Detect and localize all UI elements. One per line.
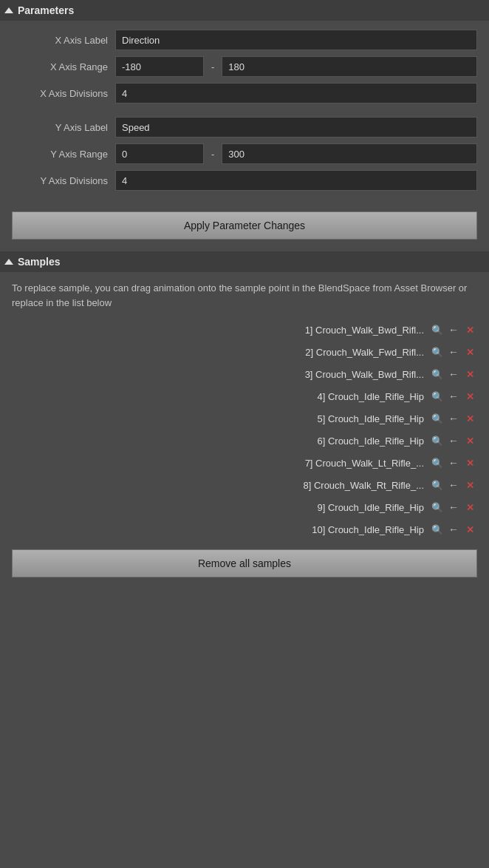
y-axis-label-row: Y Axis Label [12, 117, 477, 138]
x-axis-range-label: X Axis Range [12, 61, 115, 72]
samples-title: Samples [18, 256, 61, 268]
sample-search-icon[interactable]: 🔍 [430, 522, 445, 537]
samples-collapse-icon [4, 259, 13, 265]
sample-search-icon[interactable]: 🔍 [430, 345, 445, 359]
y-axis-label-input[interactable] [115, 117, 477, 138]
sample-item: 9] Crouch_Idle_Rifle_Hip 🔍 ← ✕ [6, 496, 483, 518]
sample-remove-icon[interactable]: ✕ [462, 455, 477, 470]
sample-item: 1] Crouch_Walk_Bwd_Rifl... 🔍 ← ✕ [6, 319, 483, 341]
samples-description: To replace sample, you can drag animatio… [0, 272, 489, 319]
sample-search-icon[interactable]: 🔍 [430, 389, 445, 404]
sample-name: 7] Crouch_Walk_Lt_Rifle_... [134, 458, 430, 469]
y-axis-divisions-label: Y Axis Divisions [12, 175, 115, 186]
sample-search-icon[interactable]: 🔍 [430, 455, 445, 470]
sample-name: 6] Crouch_Idle_Rifle_Hip [134, 435, 430, 447]
sample-remove-icon[interactable]: ✕ [462, 522, 477, 537]
sample-icons: 🔍 ← ✕ [430, 389, 477, 404]
sample-icons: 🔍 ← ✕ [430, 478, 477, 492]
y-axis-divisions-row: Y Axis Divisions [12, 170, 477, 191]
sample-name: 9] Crouch_Idle_Rifle_Hip [134, 502, 430, 513]
sample-search-icon[interactable]: 🔍 [430, 367, 445, 382]
x-axis-range-max-input[interactable] [222, 56, 477, 77]
sample-name: 5] Crouch_Idle_Rifle_Hip [134, 413, 430, 424]
sample-search-icon[interactable]: 🔍 [430, 478, 445, 492]
y-axis-divisions-input[interactable] [115, 170, 477, 191]
sample-arrow-icon[interactable]: ← [446, 411, 461, 426]
sample-icons: 🔍 ← ✕ [430, 411, 477, 426]
x-axis-divisions-label: X Axis Divisions [12, 88, 115, 99]
parameters-section-header[interactable]: Parameters [0, 0, 489, 21]
sample-name: 10] Crouch_Idle_Rifle_Hip [134, 524, 430, 535]
sample-arrow-icon[interactable]: ← [446, 478, 461, 492]
sample-remove-icon[interactable]: ✕ [462, 478, 477, 492]
y-axis-range-label: Y Axis Range [12, 149, 115, 160]
sample-icons: 🔍 ← ✕ [430, 433, 477, 448]
sample-arrow-icon[interactable]: ← [446, 367, 461, 382]
sample-name: 1] Crouch_Walk_Bwd_Rifl... [134, 325, 430, 336]
y-axis-range-container: - [115, 143, 477, 164]
parameters-collapse-icon [4, 7, 13, 13]
sample-icons: 🔍 ← ✕ [430, 322, 477, 337]
sample-arrow-icon[interactable]: ← [446, 500, 461, 515]
sample-name: 8] Crouch_Walk_Rt_Rifle_... [134, 480, 430, 491]
x-axis-range-row: X Axis Range - [12, 56, 477, 77]
x-axis-divisions-row: X Axis Divisions [12, 83, 477, 104]
sample-remove-icon[interactable]: ✕ [462, 500, 477, 515]
sample-search-icon[interactable]: 🔍 [430, 322, 445, 337]
sample-remove-icon[interactable]: ✕ [462, 367, 477, 382]
sample-search-icon[interactable]: 🔍 [430, 411, 445, 426]
sample-arrow-icon[interactable]: ← [446, 345, 461, 359]
sample-item: 2] Crouch_Walk_Fwd_Rifl... 🔍 ← ✕ [6, 341, 483, 363]
sample-arrow-icon[interactable]: ← [446, 455, 461, 470]
sample-item: 7] Crouch_Walk_Lt_Rifle_... 🔍 ← ✕ [6, 452, 483, 474]
x-axis-range-container: - [115, 56, 477, 77]
sample-icons: 🔍 ← ✕ [430, 367, 477, 382]
sample-item: 3] Crouch_Walk_Bwd_Rifl... 🔍 ← ✕ [6, 363, 483, 385]
sample-remove-icon[interactable]: ✕ [462, 322, 477, 337]
sample-icons: 🔍 ← ✕ [430, 345, 477, 359]
sample-item: 8] Crouch_Walk_Rt_Rifle_... 🔍 ← ✕ [6, 474, 483, 496]
parameters-title: Parameters [18, 4, 74, 16]
x-axis-range-min-input[interactable] [115, 56, 204, 77]
x-axis-label-row: X Axis Label [12, 30, 477, 50]
sample-icons: 🔍 ← ✕ [430, 500, 477, 515]
parameters-content: X Axis Label X Axis Range - X Axis Divis… [0, 21, 489, 206]
sample-arrow-icon[interactable]: ← [446, 522, 461, 537]
y-axis-range-separator: - [204, 149, 222, 160]
sample-search-icon[interactable]: 🔍 [430, 433, 445, 448]
sample-arrow-icon[interactable]: ← [446, 433, 461, 448]
remove-all-samples-button[interactable]: Remove all samples [12, 549, 477, 577]
sample-name: 3] Crouch_Walk_Bwd_Rifl... [134, 369, 430, 380]
sample-remove-icon[interactable]: ✕ [462, 345, 477, 359]
sample-search-icon[interactable]: 🔍 [430, 500, 445, 515]
y-axis-range-min-input[interactable] [115, 143, 204, 164]
sample-remove-icon[interactable]: ✕ [462, 389, 477, 404]
sample-name: 4] Crouch_Idle_Rifle_Hip [134, 391, 430, 402]
x-axis-range-separator: - [204, 61, 222, 72]
sample-arrow-icon[interactable]: ← [446, 322, 461, 337]
y-axis-label-text: Y Axis Label [12, 122, 115, 133]
sample-item: 6] Crouch_Idle_Rifle_Hip 🔍 ← ✕ [6, 430, 483, 452]
sample-icons: 🔍 ← ✕ [430, 522, 477, 537]
sample-arrow-icon[interactable]: ← [446, 389, 461, 404]
sample-icons: 🔍 ← ✕ [430, 455, 477, 470]
x-axis-label-text: X Axis Label [12, 35, 115, 46]
y-axis-range-row: Y Axis Range - [12, 143, 477, 164]
apply-parameter-changes-button[interactable]: Apply Parameter Changes [12, 211, 477, 240]
y-axis-range-max-input[interactable] [222, 143, 477, 164]
sample-remove-icon[interactable]: ✕ [462, 411, 477, 426]
x-axis-label-input[interactable] [115, 30, 477, 50]
sample-item: 5] Crouch_Idle_Rifle_Hip 🔍 ← ✕ [6, 407, 483, 430]
samples-list: 1] Crouch_Walk_Bwd_Rifl... 🔍 ← ✕ 2] Crou… [0, 319, 489, 540]
samples-section-header[interactable]: Samples [0, 251, 489, 272]
sample-remove-icon[interactable]: ✕ [462, 433, 477, 448]
x-axis-divisions-input[interactable] [115, 83, 477, 104]
sample-item: 4] Crouch_Idle_Rifle_Hip 🔍 ← ✕ [6, 385, 483, 407]
sample-name: 2] Crouch_Walk_Fwd_Rifl... [134, 347, 430, 358]
sample-item: 10] Crouch_Idle_Rifle_Hip 🔍 ← ✕ [6, 518, 483, 540]
